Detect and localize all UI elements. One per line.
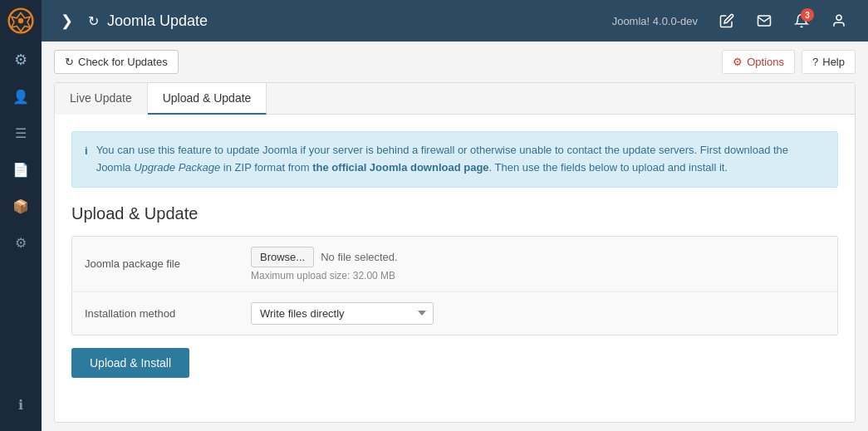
joomla-logo [0,0,42,42]
browse-button[interactable]: Browse... [251,247,314,267]
edit-icon-btn[interactable] [710,4,743,37]
upload-hint: Maximum upload size: 32.00 MB [251,270,825,282]
navbar: ❯ ↻ Joomla Update Joomla! 4.0.0-dev [42,0,868,42]
toolbar: ↻ Check for Updates ⚙ Options ? Help [54,50,856,74]
sidebar-item-dashboard[interactable]: ⚙ [0,42,42,78]
tab-upload-update[interactable]: Upload & Update [148,83,267,115]
sidebar-item-extensions[interactable]: 📦 [0,188,42,224]
info-box-icon: i [85,143,88,177]
main-wrapper: ❯ ↻ Joomla Update Joomla! 4.0.0-dev [42,0,868,431]
sidebar-item-users[interactable]: 👤 [0,78,42,115]
check-updates-button[interactable]: ↻ Check for Updates [54,50,179,74]
user-icon-btn[interactable] [822,4,856,37]
browse-label: Browse... [260,251,305,263]
panel-tabs: Live Update Upload & Update [55,83,855,115]
file-row: Joomla package file Browse... No file se… [72,237,837,292]
section-title: Upload & Update [71,204,838,223]
navbar-icons: 3 [710,4,856,37]
help-button[interactable]: ? Help [802,50,856,74]
info-box-text: You can use this feature to update Jooml… [96,142,825,177]
info-box: i You can use this feature to update Joo… [71,131,838,188]
svg-point-1 [18,18,23,23]
notifications-icon-btn[interactable]: 3 [785,4,818,37]
toolbar-left: ↻ Check for Updates [54,50,179,74]
options-button[interactable]: ⚙ Options [722,50,795,74]
help-icon: ? [812,56,818,68]
sidebar-item-info[interactable]: ℹ [0,386,42,423]
file-input-row: Browse... No file selected. [251,247,825,267]
refresh-icon: ↻ [65,56,74,68]
installation-method-select[interactable]: Write files directly Hybrid (use FTP as … [251,302,434,325]
help-label: Help [822,56,845,68]
upload-install-button[interactable]: Upload & Install [71,348,189,378]
sidebar-item-menus[interactable]: ☰ [0,115,42,151]
navbar-title: Joomla Update [107,12,612,30]
method-label: Installation method [85,307,251,320]
file-control: Browse... No file selected. Maximum uplo… [251,247,825,282]
svg-point-2 [836,15,841,20]
sidebar: ⚙ 👤 ☰ 📄 📦 ⚙ ℹ [0,0,42,431]
content-area: ↻ Check for Updates ⚙ Options ? Help Liv… [42,42,868,431]
sidebar-item-content[interactable]: 📄 [0,151,42,188]
check-updates-label: Check for Updates [78,56,168,68]
method-row: Installation method Write files directly… [72,292,837,335]
options-gear-icon: ⚙ [733,56,743,68]
main-panel: Live Update Upload & Update i You can us… [54,82,856,423]
navbar-version: Joomla! 4.0.0-dev [612,15,698,27]
messages-icon-btn[interactable] [748,4,781,37]
toolbar-right: ⚙ Options ? Help [722,50,856,74]
navbar-toggle[interactable]: ❯ [54,7,80,34]
upload-form: Joomla package file Browse... No file se… [71,236,838,335]
panel-body: i You can use this feature to update Joo… [55,115,855,394]
file-label: Joomla package file [85,257,251,270]
sidebar-item-components[interactable]: ⚙ [0,224,42,261]
method-control: Write files directly Hybrid (use FTP as … [251,302,825,325]
options-label: Options [747,56,784,68]
tab-live-update[interactable]: Live Update [55,83,148,115]
file-name-display: No file selected. [321,251,398,263]
notification-badge: 3 [801,8,814,22]
navbar-refresh-icon[interactable]: ↻ [88,13,99,29]
